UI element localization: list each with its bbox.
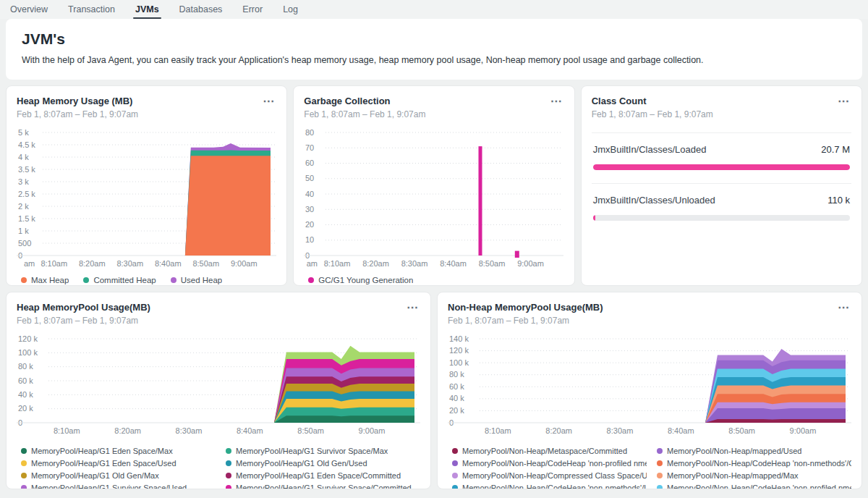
svg-text:8:40am: 8:40am	[668, 426, 694, 435]
legend-label: GC/G1 Young Generation	[318, 276, 413, 284]
heap-memorypool-chart[interactable]: 020 k40 k60 k80 k100 k120 k8:10am8:20am8…	[17, 334, 420, 437]
nav-tab[interactable]: Transaction	[68, 0, 115, 19]
legend-label: MemoryPool/Non-Heap/CodeHeap 'non-nmetho…	[462, 484, 647, 490]
non-heap-memorypool-chart[interactable]: 020 k40 k60 k80 k100 k120 k140 k8:10am8:…	[448, 334, 851, 437]
nav-tab[interactable]: Overview	[10, 0, 48, 19]
legend-item[interactable]: Used Heap	[171, 276, 223, 284]
svg-text:80: 80	[305, 128, 314, 137]
svg-text:9:00am: 9:00am	[359, 426, 386, 435]
legend-label: Committed Heap	[93, 276, 156, 284]
more-options-icon[interactable]: ⋯	[836, 302, 851, 313]
legend-dot-icon	[171, 277, 176, 283]
legend-item[interactable]: MemoryPool/Non-Heap/CodeHeap 'non-nmetho…	[657, 457, 851, 469]
legend-dot-icon	[226, 448, 231, 454]
legend-item[interactable]: MemoryPool/Heap/G1 Eden Space/Committed	[226, 469, 420, 481]
svg-text:8:30am: 8:30am	[176, 426, 203, 435]
legend-label: MemoryPool/Non-Heap/CodeHeap 'non-profil…	[667, 484, 851, 490]
legend-item[interactable]: MemoryPool/Non-Heap/mapped/Max	[657, 469, 851, 481]
legend-dot-icon	[226, 473, 231, 478]
more-options-icon[interactable]: ⋯	[549, 96, 564, 107]
legend-item[interactable]: MemoryPool/Heap/G1 Old Gen/Used	[226, 457, 420, 469]
svg-text:5 k: 5 k	[18, 128, 29, 137]
progress-track	[593, 215, 850, 221]
svg-text:8:30am: 8:30am	[607, 426, 634, 435]
legend-item[interactable]: MemoryPool/Non-Heap/Compressed Class Spa…	[452, 469, 647, 481]
more-options-icon[interactable]: ⋯	[405, 302, 420, 313]
nav-tab[interactable]: Error	[242, 0, 263, 19]
card-heap-memorypool-usage: Heap MemoryPool Usage(MB) Feb 1, 8:07am …	[6, 292, 431, 489]
card-header: Non-Heap MemoryPool Usage(MB) Feb 1, 8:0…	[448, 302, 851, 326]
svg-text:4.5 k: 4.5 k	[18, 140, 35, 149]
legend-dot-icon	[21, 460, 27, 466]
legend-dot-icon	[452, 473, 458, 478]
svg-text:8:30am: 8:30am	[116, 259, 143, 268]
metric-label: JmxBuiltIn/Classes/Loaded	[593, 144, 707, 155]
legend-item[interactable]: MemoryPool/Non-Heap/CodeHeap 'non-profil…	[452, 457, 647, 469]
metric-value: 20.7 M	[821, 144, 850, 155]
legend-item[interactable]: Committed Heap	[83, 276, 156, 284]
progress-fill	[593, 164, 850, 170]
legend-item[interactable]: MemoryPool/Non-Heap/CodeHeap 'non-nmetho…	[452, 481, 647, 489]
svg-text:60 k: 60 k	[449, 382, 464, 391]
legend-item[interactable]: GC/G1 Young Generation	[308, 276, 413, 284]
garbage-collection-chart[interactable]: 01020304050607080am8:10am8:20am8:30am8:4…	[304, 128, 563, 270]
card-non-heap-memorypool-usage: Non-Heap MemoryPool Usage(MB) Feb 1, 8:0…	[437, 292, 862, 489]
legend-dot-icon	[657, 485, 663, 490]
legend-item[interactable]: MemoryPool/Non-Heap/Metaspace/Committed	[452, 444, 647, 457]
card-title: Class Count	[592, 96, 713, 106]
svg-text:1.5 k: 1.5 k	[18, 214, 35, 223]
legend-item[interactable]: MemoryPool/Heap/G1 Eden Space/Used	[21, 457, 216, 469]
nav-tab[interactable]: JVMs	[135, 0, 159, 19]
progress-track	[593, 164, 850, 170]
page-header: JVM's With the help of Java Agent, you c…	[6, 19, 862, 80]
legend-item[interactable]: MemoryPool/Heap/G1 Survivor Space/Used	[21, 481, 216, 489]
cards-row-top: Heap Memory Usage (MB) Feb 1, 8:07am – F…	[6, 85, 862, 286]
class-count-metrics: JmxBuiltIn/Classes/Loaded 20.7 M JmxBuil…	[592, 132, 851, 234]
svg-text:60: 60	[305, 159, 314, 167]
svg-text:8:50am: 8:50am	[297, 426, 324, 435]
legend-label: MemoryPool/Heap/G1 Survivor Space/Used	[31, 484, 187, 490]
legend-dot-icon	[21, 448, 27, 454]
metric-header: JmxBuiltIn/Classes/Loaded 20.7 M	[593, 144, 850, 155]
svg-text:2.5 k: 2.5 k	[18, 190, 35, 198]
svg-text:140 k: 140 k	[449, 334, 469, 343]
nav-tab[interactable]: Log	[283, 0, 298, 19]
more-options-icon[interactable]: ⋯	[261, 96, 276, 107]
legend-item[interactable]: Max Heap	[21, 276, 69, 284]
svg-text:20 k: 20 k	[449, 406, 464, 415]
class-count-row: JmxBuiltIn/Classes/Loaded 20.7 M	[592, 132, 851, 183]
svg-text:3 k: 3 k	[18, 177, 29, 186]
legend-item[interactable]: MemoryPool/Heap/G1 Survivor Space/Max	[226, 444, 420, 457]
legend-item[interactable]: MemoryPool/Non-Heap/CodeHeap 'non-profil…	[657, 481, 851, 489]
svg-text:8:50am: 8:50am	[728, 426, 755, 435]
legend-item[interactable]: MemoryPool/Heap/G1 Old Gen/Max	[21, 469, 216, 481]
card-garbage-collection: Garbage Collection Feb 1, 8:07am – Feb 1…	[293, 85, 574, 286]
svg-text:8:40am: 8:40am	[237, 426, 263, 435]
svg-text:40 k: 40 k	[18, 390, 33, 399]
nav-tab[interactable]: Databases	[179, 0, 223, 19]
svg-text:1 k: 1 k	[18, 227, 29, 235]
legend-item[interactable]: MemoryPool/Non-Heap/mapped/Used	[657, 444, 851, 457]
legend-dot-icon	[21, 473, 27, 478]
metric-label: JmxBuiltIn/Classes/Unloaded	[593, 195, 715, 206]
legend-label: MemoryPool/Heap/G1 Survivor Space/Commit…	[236, 484, 412, 490]
svg-text:50: 50	[305, 174, 314, 182]
class-count-row: JmxBuiltIn/Classes/Unloaded 110 k	[592, 183, 851, 234]
more-options-icon[interactable]: ⋯	[836, 96, 851, 107]
svg-text:500: 500	[18, 239, 31, 248]
legend-item[interactable]: MemoryPool/Heap/G1 Survivor Space/Commit…	[226, 481, 420, 489]
svg-text:2 k: 2 k	[18, 202, 29, 211]
svg-text:8:20am: 8:20am	[545, 426, 572, 435]
legend-dot-icon	[452, 448, 458, 454]
svg-text:4 k: 4 k	[18, 153, 29, 161]
heap-memory-legend: Max Heap Committed Heap Used Heap	[17, 276, 276, 284]
svg-text:40: 40	[305, 190, 314, 198]
svg-text:80 k: 80 k	[18, 362, 33, 371]
card-title: Heap Memory Usage (MB)	[17, 96, 138, 106]
svg-text:100 k: 100 k	[18, 348, 38, 357]
svg-text:8:20am: 8:20am	[363, 259, 390, 268]
legend-dot-icon	[83, 277, 89, 283]
legend-item[interactable]: MemoryPool/Heap/G1 Eden Space/Max	[21, 444, 216, 457]
legend-dot-icon	[226, 460, 231, 466]
heap-memory-chart[interactable]: 05001 k1.5 k2 k2.5 k3 k3.5 k4 k4.5 k5 ka…	[17, 128, 276, 270]
